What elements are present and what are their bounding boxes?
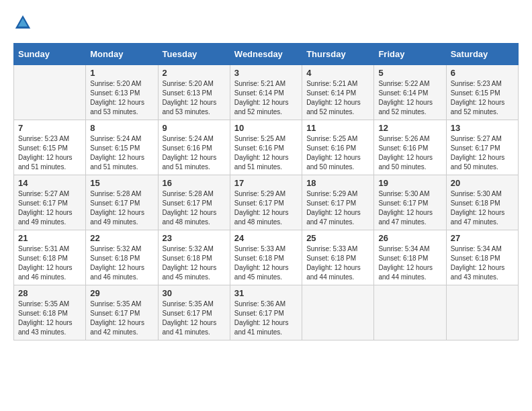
cell-info: Sunrise: 5:36 AMSunset: 6:17 PMDaylight:… [234, 300, 298, 337]
week-row-1: 1Sunrise: 5:20 AMSunset: 6:13 PMDaylight… [14, 65, 519, 120]
calendar-cell: 26Sunrise: 5:34 AMSunset: 6:18 PMDayligh… [374, 230, 446, 285]
cell-info: Sunrise: 5:29 AMSunset: 6:17 PMDaylight:… [306, 189, 369, 227]
cell-info: Sunrise: 5:25 AMSunset: 6:16 PMDaylight:… [234, 134, 298, 172]
calendar-cell [14, 65, 86, 120]
week-row-3: 14Sunrise: 5:27 AMSunset: 6:17 PMDayligh… [14, 175, 519, 230]
day-number: 4 [306, 68, 369, 78]
calendar-cell: 25Sunrise: 5:33 AMSunset: 6:18 PMDayligh… [302, 230, 374, 285]
day-number: 5 [378, 68, 441, 78]
cell-info: Sunrise: 5:23 AMSunset: 6:15 PMDaylight:… [451, 79, 514, 117]
col-header-sunday: Sunday [14, 44, 86, 65]
calendar-cell: 18Sunrise: 5:29 AMSunset: 6:17 PMDayligh… [302, 175, 374, 230]
cell-info: Sunrise: 5:26 AMSunset: 6:16 PMDaylight:… [378, 134, 441, 172]
day-number: 18 [306, 178, 369, 188]
cell-info: Sunrise: 5:33 AMSunset: 6:18 PMDaylight:… [234, 244, 298, 282]
calendar-cell: 6Sunrise: 5:23 AMSunset: 6:15 PMDaylight… [446, 65, 518, 120]
cell-info: Sunrise: 5:22 AMSunset: 6:14 PMDaylight:… [378, 79, 441, 117]
day-number: 20 [451, 178, 514, 188]
cell-info: Sunrise: 5:30 AMSunset: 6:18 PMDaylight:… [451, 189, 514, 227]
day-number: 19 [378, 178, 441, 188]
week-row-2: 7Sunrise: 5:23 AMSunset: 6:15 PMDaylight… [14, 120, 519, 175]
calendar-cell [446, 285, 518, 340]
day-number: 30 [163, 288, 226, 298]
day-number: 28 [18, 288, 81, 298]
day-number: 1 [90, 68, 153, 78]
cell-info: Sunrise: 5:24 AMSunset: 6:16 PMDaylight:… [163, 134, 226, 172]
calendar-cell [302, 285, 374, 340]
cell-info: Sunrise: 5:20 AMSunset: 6:13 PMDaylight:… [163, 79, 226, 117]
day-number: 26 [378, 233, 441, 243]
day-number: 24 [234, 233, 298, 243]
cell-info: Sunrise: 5:27 AMSunset: 6:17 PMDaylight:… [18, 189, 81, 227]
day-number: 13 [451, 123, 514, 133]
calendar-cell: 31Sunrise: 5:36 AMSunset: 6:17 PMDayligh… [230, 285, 302, 340]
cell-info: Sunrise: 5:25 AMSunset: 6:16 PMDaylight:… [306, 134, 369, 172]
calendar-cell: 15Sunrise: 5:28 AMSunset: 6:17 PMDayligh… [86, 175, 158, 230]
cell-info: Sunrise: 5:29 AMSunset: 6:17 PMDaylight:… [234, 189, 298, 227]
day-number: 15 [90, 178, 153, 188]
day-number: 14 [18, 178, 81, 188]
cell-info: Sunrise: 5:24 AMSunset: 6:15 PMDaylight:… [90, 134, 153, 172]
cell-info: Sunrise: 5:21 AMSunset: 6:14 PMDaylight:… [234, 79, 298, 117]
day-number: 6 [451, 68, 514, 78]
day-number: 25 [306, 233, 369, 243]
calendar-cell: 8Sunrise: 5:24 AMSunset: 6:15 PMDaylight… [86, 120, 158, 175]
calendar-table: SundayMondayTuesdayWednesdayThursdayFrid… [13, 43, 519, 340]
cell-info: Sunrise: 5:28 AMSunset: 6:17 PMDaylight:… [90, 189, 153, 227]
cell-info: Sunrise: 5:35 AMSunset: 6:17 PMDaylight:… [163, 300, 226, 337]
col-header-tuesday: Tuesday [158, 44, 230, 65]
day-number: 11 [306, 123, 369, 133]
cell-info: Sunrise: 5:31 AMSunset: 6:18 PMDaylight:… [18, 244, 81, 282]
cell-info: Sunrise: 5:34 AMSunset: 6:18 PMDaylight:… [378, 244, 441, 282]
cell-info: Sunrise: 5:34 AMSunset: 6:18 PMDaylight:… [451, 244, 514, 282]
col-header-saturday: Saturday [446, 44, 518, 65]
cell-info: Sunrise: 5:21 AMSunset: 6:14 PMDaylight:… [306, 79, 369, 117]
calendar-cell: 3Sunrise: 5:21 AMSunset: 6:14 PMDaylight… [230, 65, 302, 120]
col-header-monday: Monday [86, 44, 158, 65]
cell-info: Sunrise: 5:35 AMSunset: 6:18 PMDaylight:… [18, 300, 81, 337]
logo-icon [13, 13, 32, 32]
page-header [13, 13, 519, 32]
day-number: 9 [163, 123, 226, 133]
calendar-cell: 30Sunrise: 5:35 AMSunset: 6:17 PMDayligh… [158, 285, 230, 340]
day-number: 2 [163, 68, 226, 78]
cell-info: Sunrise: 5:32 AMSunset: 6:18 PMDaylight:… [90, 244, 153, 282]
calendar-cell: 13Sunrise: 5:27 AMSunset: 6:17 PMDayligh… [446, 120, 518, 175]
day-number: 3 [234, 68, 298, 78]
calendar-cell: 10Sunrise: 5:25 AMSunset: 6:16 PMDayligh… [230, 120, 302, 175]
day-number: 16 [163, 178, 226, 188]
calendar-cell: 28Sunrise: 5:35 AMSunset: 6:18 PMDayligh… [14, 285, 86, 340]
calendar-cell: 16Sunrise: 5:28 AMSunset: 6:17 PMDayligh… [158, 175, 230, 230]
calendar-cell [374, 285, 446, 340]
cell-info: Sunrise: 5:30 AMSunset: 6:17 PMDaylight:… [378, 189, 441, 227]
calendar-cell: 4Sunrise: 5:21 AMSunset: 6:14 PMDaylight… [302, 65, 374, 120]
calendar-cell: 5Sunrise: 5:22 AMSunset: 6:14 PMDaylight… [374, 65, 446, 120]
day-number: 23 [163, 233, 226, 243]
col-header-friday: Friday [374, 44, 446, 65]
col-header-thursday: Thursday [302, 44, 374, 65]
day-number: 10 [234, 123, 298, 133]
day-number: 17 [234, 178, 298, 188]
logo [13, 13, 35, 32]
calendar-cell: 19Sunrise: 5:30 AMSunset: 6:17 PMDayligh… [374, 175, 446, 230]
day-number: 8 [90, 123, 153, 133]
calendar-cell: 2Sunrise: 5:20 AMSunset: 6:13 PMDaylight… [158, 65, 230, 120]
day-number: 7 [18, 123, 81, 133]
cell-info: Sunrise: 5:23 AMSunset: 6:15 PMDaylight:… [18, 134, 81, 172]
cell-info: Sunrise: 5:20 AMSunset: 6:13 PMDaylight:… [90, 79, 153, 117]
cell-info: Sunrise: 5:35 AMSunset: 6:17 PMDaylight:… [90, 300, 153, 337]
calendar-cell: 22Sunrise: 5:32 AMSunset: 6:18 PMDayligh… [86, 230, 158, 285]
day-number: 29 [90, 288, 153, 298]
calendar-cell: 1Sunrise: 5:20 AMSunset: 6:13 PMDaylight… [86, 65, 158, 120]
calendar-cell: 11Sunrise: 5:25 AMSunset: 6:16 PMDayligh… [302, 120, 374, 175]
calendar-cell: 21Sunrise: 5:31 AMSunset: 6:18 PMDayligh… [14, 230, 86, 285]
week-row-5: 28Sunrise: 5:35 AMSunset: 6:18 PMDayligh… [14, 285, 519, 340]
col-header-wednesday: Wednesday [230, 44, 302, 65]
cell-info: Sunrise: 5:27 AMSunset: 6:17 PMDaylight:… [451, 134, 514, 172]
calendar-cell: 7Sunrise: 5:23 AMSunset: 6:15 PMDaylight… [14, 120, 86, 175]
week-row-4: 21Sunrise: 5:31 AMSunset: 6:18 PMDayligh… [14, 230, 519, 285]
calendar-cell: 9Sunrise: 5:24 AMSunset: 6:16 PMDaylight… [158, 120, 230, 175]
calendar-cell: 23Sunrise: 5:32 AMSunset: 6:18 PMDayligh… [158, 230, 230, 285]
header-row: SundayMondayTuesdayWednesdayThursdayFrid… [14, 44, 519, 65]
day-number: 22 [90, 233, 153, 243]
